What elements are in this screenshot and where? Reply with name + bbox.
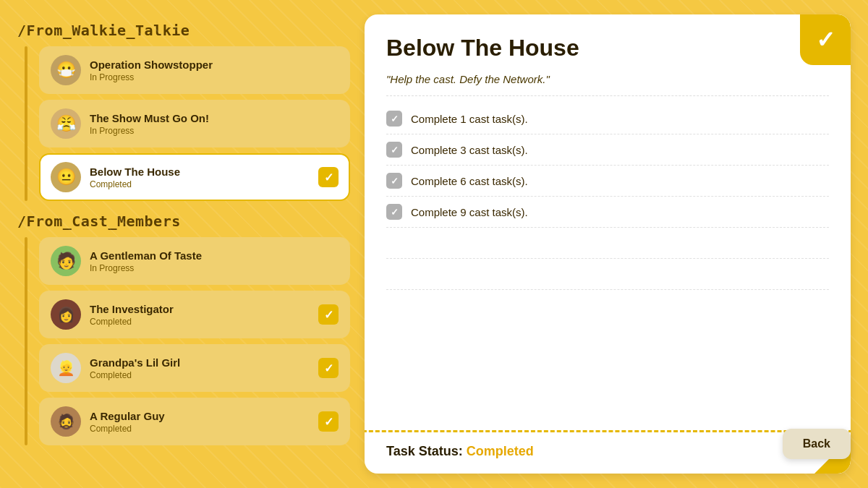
task-status-label: Task Status: <box>386 444 463 458</box>
task-list: ✓ Complete 1 cast task(s). ✓ Complete 3 … <box>386 103 829 416</box>
task-text-3: Complete 6 cast task(s). <box>411 175 528 187</box>
detail-title: Below The House <box>386 35 829 61</box>
quest-info-operation-showstopper: Operation Showstopper In Progress <box>90 59 339 82</box>
quest-info-grandpas-lil-girl: Grandpa's Lil Girl Completed <box>90 356 310 380</box>
quest-info-gentleman-of-taste: A Gentleman Of Taste In Progress <box>90 249 339 273</box>
task-item-4: ✓ Complete 9 cast task(s). <box>386 197 829 228</box>
quest-status-the-investigator: Completed <box>90 317 310 327</box>
detail-card: ✓ Below The House "Help the cast. Defy t… <box>365 14 851 474</box>
quest-item-gentleman-of-taste[interactable]: 🧑 A Gentleman Of Taste In Progress <box>39 237 350 285</box>
right-panel: ✓ Below The House "Help the cast. Defy t… <box>365 14 851 474</box>
quest-status-below-the-house: Completed <box>90 179 310 189</box>
quest-status-operation-showstopper: In Progress <box>90 72 339 82</box>
left-panel: /From_Walkie_Talkie 😷 Operation Showstop… <box>17 14 350 474</box>
avatar-grandpas-lil-girl: 👱 <box>51 353 81 383</box>
quest-info-a-regular-guy: A Regular Guy Completed <box>90 410 310 434</box>
task-checkbox-3: ✓ <box>386 173 402 189</box>
section1-label: /From_Walkie_Talkie <box>17 22 350 39</box>
back-button[interactable]: Back <box>783 429 851 459</box>
task-item-1: ✓ Complete 1 cast task(s). <box>386 103 829 134</box>
avatar-gentleman-of-taste: 🧑 <box>51 246 81 276</box>
detail-divider <box>365 430 851 432</box>
section2-label: /From_Cast_Members <box>17 213 350 230</box>
task-status-value: Completed <box>467 444 534 458</box>
quest-title-below-the-house: Below The House <box>90 166 310 178</box>
cast-quest-list: 🧑 A Gentleman Of Taste In Progress 👩 The… <box>17 237 350 445</box>
quest-check-the-investigator: ✓ <box>318 304 339 325</box>
quest-item-grandpas-lil-girl[interactable]: 👱 Grandpa's Lil Girl Completed ✓ <box>39 344 350 392</box>
task-item-2: ✓ Complete 3 cast task(s). <box>386 134 829 166</box>
quest-title-grandpas-lil-girl: Grandpa's Lil Girl <box>90 356 310 369</box>
avatar-below-the-house: 😐 <box>51 162 81 192</box>
quest-item-show-must-go-on[interactable]: 😤 The Show Must Go On! In Progress <box>39 100 350 147</box>
quest-check-below-the-house: ✓ <box>318 167 339 187</box>
quest-status-a-regular-guy: Completed <box>90 424 310 434</box>
avatar-a-regular-guy: 🧔 <box>51 406 81 437</box>
detail-content: Below The House "Help the cast. Defy the… <box>365 14 851 430</box>
quest-item-operation-showstopper[interactable]: 😷 Operation Showstopper In Progress <box>39 46 350 94</box>
task-text-2: Complete 3 cast task(s). <box>411 144 528 156</box>
empty-task-2 <box>386 259 829 290</box>
quest-check-grandpas-lil-girl: ✓ <box>318 358 339 378</box>
quest-item-a-regular-guy[interactable]: 🧔 A Regular Guy Completed ✓ <box>39 398 350 445</box>
quest-item-below-the-house[interactable]: 😐 Below The House Completed ✓ <box>39 153 350 201</box>
quest-title-gentleman-of-taste: A Gentleman Of Taste <box>90 249 339 262</box>
task-checkbox-1: ✓ <box>386 111 402 127</box>
quest-title-the-investigator: The Investigator <box>90 303 310 315</box>
empty-task-1 <box>386 228 829 259</box>
task-item-3: ✓ Complete 6 cast task(s). <box>386 166 829 197</box>
detail-completed-badge: ✓ <box>800 14 851 65</box>
quest-title-operation-showstopper: Operation Showstopper <box>90 59 339 71</box>
quest-check-a-regular-guy: ✓ <box>318 411 339 432</box>
quest-title-show-must-go-on: The Show Must Go On! <box>90 112 339 124</box>
quest-item-the-investigator[interactable]: 👩 The Investigator Completed ✓ <box>39 291 350 338</box>
task-text-4: Complete 9 cast task(s). <box>411 206 528 218</box>
quest-status-grandpas-lil-girl: Completed <box>90 370 310 380</box>
walkie-quest-list: 😷 Operation Showstopper In Progress 😤 Th… <box>17 46 350 201</box>
avatar-the-investigator: 👩 <box>51 299 81 330</box>
quest-info-below-the-house: Below The House Completed <box>90 166 310 189</box>
quest-status-gentleman-of-taste: In Progress <box>90 263 339 273</box>
detail-description: "Help the cast. Defy the Network." <box>386 73 829 96</box>
task-status-bar: Task Status: Completed <box>365 444 851 474</box>
task-checkbox-2: ✓ <box>386 142 402 158</box>
quest-status-show-must-go-on: In Progress <box>90 126 339 136</box>
task-checkbox-4: ✓ <box>386 204 402 220</box>
quest-title-a-regular-guy: A Regular Guy <box>90 410 310 422</box>
quest-info-show-must-go-on: The Show Must Go On! In Progress <box>90 112 339 136</box>
task-text-1: Complete 1 cast task(s). <box>411 113 528 125</box>
empty-task-3 <box>386 290 829 321</box>
avatar-show-must-go-on: 😤 <box>51 108 81 139</box>
avatar-operation-showstopper: 😷 <box>51 55 81 85</box>
quest-info-the-investigator: The Investigator Completed <box>90 303 310 327</box>
